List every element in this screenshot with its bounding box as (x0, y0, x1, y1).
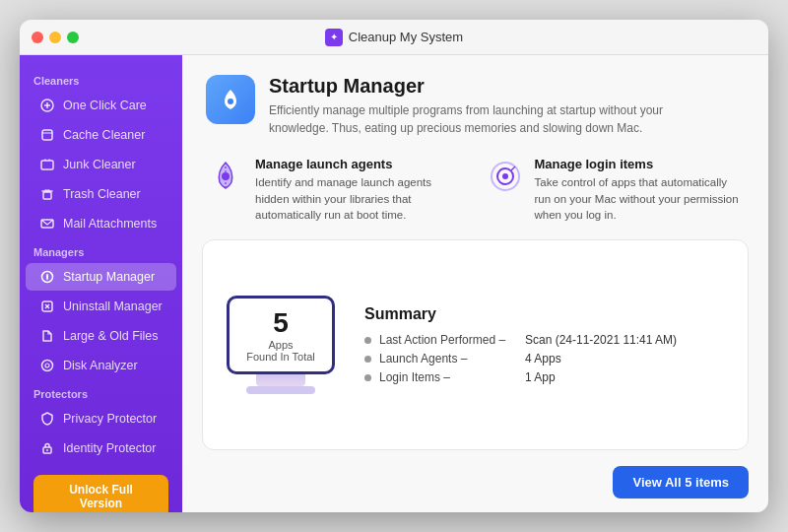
svg-point-24 (502, 173, 508, 179)
one-click-care-icon (39, 98, 55, 113)
sidebar-item-uninstall-manager-label: Uninstall Manager (63, 299, 163, 313)
sidebar-item-trash-cleaner[interactable]: Trash Cleaner (26, 180, 176, 208)
sidebar-item-one-click-care[interactable]: One Click Care (26, 92, 176, 119)
sidebar-item-cache-cleaner-label: Cache Cleaner (63, 128, 145, 142)
protectors-section-label: Protectors (20, 380, 182, 404)
sidebar-item-privacy-protector-label: Privacy Protector (63, 412, 157, 426)
sidebar-item-junk-cleaner-label: Junk Cleaner (63, 158, 136, 171)
monitor-apps-label: Apps (268, 339, 293, 351)
login-items-value: 1 App (525, 370, 556, 384)
startup-manager-logo (206, 75, 255, 124)
monitor-stand (256, 374, 305, 386)
feature-launch-agents-title: Manage launch agents (255, 157, 466, 171)
uninstall-manager-icon (39, 299, 55, 314)
launch-agents-key: Launch Agents – (379, 352, 517, 366)
summary-row-last-action: Last Action Performed – Scan (24-11-2021… (364, 333, 724, 347)
view-all-row: View All 5 items (182, 466, 768, 512)
feature-login-items-title: Manage login items (535, 157, 746, 171)
monitor-base (246, 386, 315, 394)
launch-agents-value: 4 Apps (525, 352, 561, 366)
summary-title: Summary (364, 305, 724, 323)
sidebar-item-cache-cleaner[interactable]: Cache Cleaner (26, 121, 176, 149)
sidebar: Cleaners One Click Care Cache Cleaner Ju… (20, 55, 182, 512)
login-items-key: Login Items – (379, 370, 517, 384)
sidebar-item-identity-protector-label: Identity Protector (63, 441, 157, 455)
feature-login-items-description: Take control of apps that automatically … (535, 174, 746, 224)
monitor-graphic: 5 Apps Found In Total (227, 296, 335, 394)
window-title-group: ✦ Cleanup My System (325, 29, 463, 46)
summary-row-launch-agents: Launch Agents – 4 Apps (364, 352, 724, 366)
svg-line-25 (511, 166, 515, 170)
svg-point-18 (46, 449, 48, 451)
feature-launch-agents-description: Identify and manage launch agents hidden… (255, 174, 466, 224)
sidebar-item-mail-attachments-label: Mail Attachments (63, 217, 157, 231)
mail-attachments-icon (39, 216, 55, 232)
identity-protector-icon (39, 440, 55, 456)
svg-rect-3 (42, 130, 52, 140)
title-bar: ✦ Cleanup My System (20, 20, 768, 55)
svg-point-16 (45, 364, 49, 367)
managers-section-label: Managers (20, 238, 182, 262)
summary-card: 5 Apps Found In Total Summary L (202, 239, 749, 450)
cache-cleaner-icon (39, 127, 55, 143)
minimize-button[interactable] (49, 32, 61, 43)
header-text: Startup Manager Efficiently manage multi… (269, 75, 712, 137)
traffic-lights (32, 32, 79, 43)
maximize-button[interactable] (67, 32, 79, 43)
trash-cleaner-icon (39, 186, 55, 202)
sidebar-item-privacy-protector[interactable]: Privacy Protector (26, 405, 176, 432)
svg-rect-8 (43, 192, 51, 199)
monitor-count: 5 (273, 307, 289, 339)
login-items-icon (486, 157, 525, 196)
svg-point-15 (42, 361, 53, 371)
main-content: Startup Manager Efficiently manage multi… (182, 55, 768, 512)
sidebar-item-trash-cleaner-label: Trash Cleaner (63, 187, 141, 201)
unlock-full-version-button[interactable]: Unlock Full Version (33, 475, 168, 512)
junk-cleaner-icon (39, 157, 55, 172)
sidebar-item-disk-analyzer-label: Disk Analyzer (63, 359, 138, 372)
sidebar-item-mail-attachments[interactable]: Mail Attachments (26, 210, 176, 237)
dot-login-items (364, 374, 371, 381)
sidebar-item-junk-cleaner[interactable]: Junk Cleaner (26, 151, 176, 178)
app-body: Cleaners One Click Care Cache Cleaner Ju… (20, 55, 768, 512)
sidebar-item-startup-manager-label: Startup Manager (63, 270, 155, 284)
feature-launch-agents: Manage launch agents Identify and manage… (206, 157, 466, 224)
feature-launch-agents-text: Manage launch agents Identify and manage… (255, 157, 466, 224)
dot-last-action (364, 337, 371, 344)
page-description: Efficiently manage multiple programs fro… (269, 101, 712, 137)
summary-info: Summary Last Action Performed – Scan (24… (364, 305, 724, 384)
startup-manager-icon (39, 269, 55, 285)
sidebar-item-uninstall-manager[interactable]: Uninstall Manager (26, 293, 176, 320)
sidebar-item-large-old-files[interactable]: Large & Old Files (26, 322, 176, 350)
sidebar-item-large-old-files-label: Large & Old Files (63, 329, 159, 343)
summary-rows: Last Action Performed – Scan (24-11-2021… (364, 333, 724, 384)
view-all-button[interactable]: View All 5 items (613, 466, 749, 499)
launch-agents-icon (206, 157, 245, 196)
sidebar-bottom: Unlock Full Version (20, 463, 182, 512)
svg-rect-5 (41, 161, 53, 169)
content-header: Startup Manager Efficiently manage multi… (182, 55, 768, 149)
sidebar-item-disk-analyzer[interactable]: Disk Analyzer (26, 352, 176, 379)
dot-launch-agents (364, 356, 371, 363)
disk-analyzer-icon (39, 358, 55, 373)
cleaners-section-label: Cleaners (20, 67, 182, 91)
last-action-value: Scan (24-11-2021 11:41 AM) (525, 333, 677, 347)
sidebar-item-identity-protector[interactable]: Identity Protector (26, 434, 176, 462)
summary-row-login-items: Login Items – 1 App (364, 370, 724, 384)
app-window: ✦ Cleanup My System Cleaners One Click C… (20, 20, 768, 512)
svg-point-19 (228, 99, 233, 104)
sidebar-item-startup-manager[interactable]: Startup Manager (26, 263, 176, 291)
page-title: Startup Manager (269, 75, 712, 98)
last-action-key: Last Action Performed – (379, 333, 517, 347)
close-button[interactable] (32, 32, 43, 43)
monitor-screen: 5 Apps Found In Total (227, 296, 335, 374)
window-title: Cleanup My System (349, 30, 463, 44)
sidebar-item-one-click-care-label: One Click Care (63, 99, 147, 112)
feature-login-items: Manage login items Take control of apps … (486, 157, 746, 224)
features-row: Manage launch agents Identify and manage… (182, 149, 768, 235)
feature-login-items-text: Manage login items Take control of apps … (535, 157, 746, 224)
monitor-sublabel: Found In Total (246, 351, 315, 363)
monitor-label: Apps Found In Total (246, 339, 315, 363)
privacy-protector-icon (39, 411, 55, 427)
large-old-files-icon (39, 328, 55, 344)
